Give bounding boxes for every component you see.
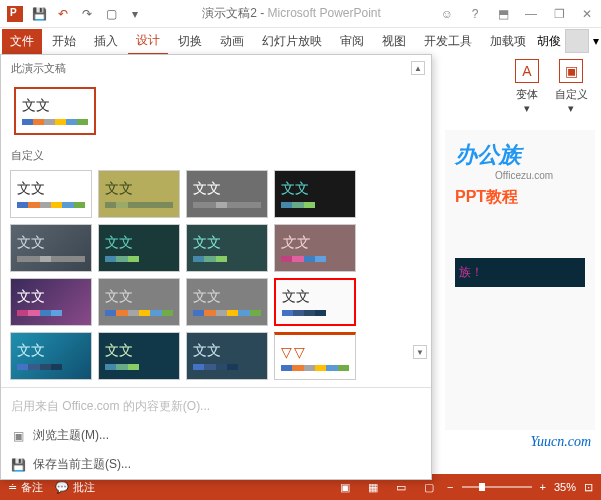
ribbon-group-variants: A 变体 ▾ ▣ 自定义 ▾ xyxy=(507,58,591,116)
slide-canvas[interactable]: 办公族 Officezu.com PPT教程 族！ xyxy=(445,130,595,430)
tab-file[interactable]: 文件 xyxy=(2,29,42,54)
watermark-yuucn: Yuucn.com xyxy=(530,434,591,450)
tab-transitions[interactable]: 切换 xyxy=(170,29,210,54)
scroll-up-icon[interactable]: ▲ xyxy=(411,61,425,75)
zoom-slider-thumb[interactable] xyxy=(479,483,485,491)
quick-access-toolbar: 💾 ↶ ↷ ▢ ▾ xyxy=(4,3,146,25)
account-name: 胡俊 xyxy=(537,33,561,50)
restore-icon[interactable]: ❐ xyxy=(549,4,569,24)
theme-item-highlighted[interactable]: 文文 xyxy=(274,278,356,326)
section-this-presentation: 此演示文稿 xyxy=(1,55,431,80)
theme-item[interactable]: 文文 xyxy=(186,278,268,326)
zoom-in-button[interactable]: + xyxy=(540,481,546,493)
doc-title: 演示文稿2 xyxy=(202,6,257,20)
menu-browse-themes[interactable]: ▣ 浏览主题(M)... xyxy=(1,421,431,450)
watermark-officezu-sub: Officezu.com xyxy=(495,170,585,181)
menu-save-theme[interactable]: 💾 保存当前主题(S)... xyxy=(1,450,431,479)
theme-item[interactable]: 文文 xyxy=(98,224,180,272)
customize-label: 自定义 xyxy=(555,87,588,102)
ribbon-tabs: 文件 开始 插入 设计 切换 动画 幻灯片放映 审阅 视图 开发工具 加载项 胡… xyxy=(0,28,601,54)
variants-label: 变体 xyxy=(516,87,538,102)
themes-dropdown-panel: ▲ 此演示文稿 文文 自定义 文文 文文 文文 文文 文文 文文 文文 文文 文… xyxy=(0,54,432,480)
tab-animations[interactable]: 动画 xyxy=(212,29,252,54)
variants-icon: A xyxy=(515,59,539,83)
theme-item[interactable]: 文文 xyxy=(98,332,180,380)
scroll-down-icon[interactable]: ▼ xyxy=(413,345,427,359)
theme-item[interactable]: 文文 xyxy=(10,278,92,326)
account-area[interactable]: 胡俊 ▾ xyxy=(537,29,599,53)
window-controls: ☺ ? ⬒ — ❐ ✕ xyxy=(437,4,597,24)
tab-developer[interactable]: 开发工具 xyxy=(416,29,480,54)
app-title: Microsoft PowerPoint xyxy=(267,6,380,20)
reading-view-icon[interactable]: ▭ xyxy=(391,479,411,495)
tab-insert[interactable]: 插入 xyxy=(86,29,126,54)
theme-item[interactable]: 文文 xyxy=(10,170,92,218)
tab-review[interactable]: 审阅 xyxy=(332,29,372,54)
variants-button[interactable]: A 变体 ▾ xyxy=(507,58,547,116)
notes-button[interactable]: ≐ 备注 xyxy=(8,480,43,495)
comments-button[interactable]: 💬 批注 xyxy=(55,480,95,495)
account-dropdown-icon[interactable]: ▾ xyxy=(593,34,599,48)
tab-view[interactable]: 视图 xyxy=(374,29,414,54)
theme-item[interactable]: 文文 xyxy=(186,170,268,218)
zoom-slider[interactable] xyxy=(462,486,532,488)
start-from-beginning-icon[interactable]: ▢ xyxy=(100,3,122,25)
close-icon[interactable]: ✕ xyxy=(577,4,597,24)
smiley-icon[interactable]: ☺ xyxy=(437,4,457,24)
undo-icon[interactable]: ↶ xyxy=(52,3,74,25)
theme-item[interactable]: 文文 xyxy=(274,224,356,272)
app-icon[interactable] xyxy=(4,3,26,25)
theme-item[interactable]: 文文 xyxy=(10,224,92,272)
theme-item[interactable]: 文文 xyxy=(274,170,356,218)
theme-item[interactable]: 文文 xyxy=(186,332,268,380)
theme-item[interactable]: 文文 xyxy=(98,278,180,326)
zoom-out-button[interactable]: − xyxy=(447,481,453,493)
tab-home[interactable]: 开始 xyxy=(44,29,84,54)
theme-item[interactable]: ▽▽ xyxy=(274,332,356,380)
ribbon-display-icon[interactable]: ⬒ xyxy=(493,4,513,24)
comments-icon: 💬 xyxy=(55,481,69,494)
notes-icon: ≐ xyxy=(8,481,17,494)
window-title: 演示文稿2 - Microsoft PowerPoint xyxy=(146,5,437,22)
theme-item[interactable]: 文文 xyxy=(10,332,92,380)
slide-title-band: 族！ xyxy=(455,258,585,287)
tab-slideshow[interactable]: 幻灯片放映 xyxy=(254,29,330,54)
theme-item[interactable]: 文文 xyxy=(186,224,268,272)
customize-icon: ▣ xyxy=(559,59,583,83)
sorter-view-icon[interactable]: ▦ xyxy=(363,479,383,495)
tab-addins[interactable]: 加载项 xyxy=(482,29,534,54)
menu-office-updates: 启用来自 Office.com 的内容更新(O)... xyxy=(1,392,431,421)
save-icon[interactable]: 💾 xyxy=(28,3,50,25)
customize-button[interactable]: ▣ 自定义 ▾ xyxy=(551,58,591,116)
slideshow-view-icon[interactable]: ▢ xyxy=(419,479,439,495)
help-icon[interactable]: ? xyxy=(465,4,485,24)
fit-to-window-icon[interactable]: ⊡ xyxy=(584,481,593,494)
tab-design[interactable]: 设计 xyxy=(128,28,168,55)
redo-icon[interactable]: ↷ xyxy=(76,3,98,25)
watermark-ppt-tutorial: PPT教程 xyxy=(455,187,585,208)
theme-current[interactable]: 文文 xyxy=(14,87,96,135)
title-bar: 💾 ↶ ↷ ▢ ▾ 演示文稿2 - Microsoft PowerPoint ☺… xyxy=(0,0,601,28)
browse-icon: ▣ xyxy=(11,429,25,443)
theme-item[interactable]: 文文 xyxy=(98,170,180,218)
save-theme-icon: 💾 xyxy=(11,458,25,472)
section-custom: 自定义 xyxy=(1,142,431,167)
minimize-icon[interactable]: — xyxy=(521,4,541,24)
zoom-level[interactable]: 35% xyxy=(554,481,576,493)
watermark-officezu: 办公族 xyxy=(455,140,585,170)
normal-view-icon[interactable]: ▣ xyxy=(335,479,355,495)
avatar xyxy=(565,29,589,53)
qat-dropdown-icon[interactable]: ▾ xyxy=(124,3,146,25)
